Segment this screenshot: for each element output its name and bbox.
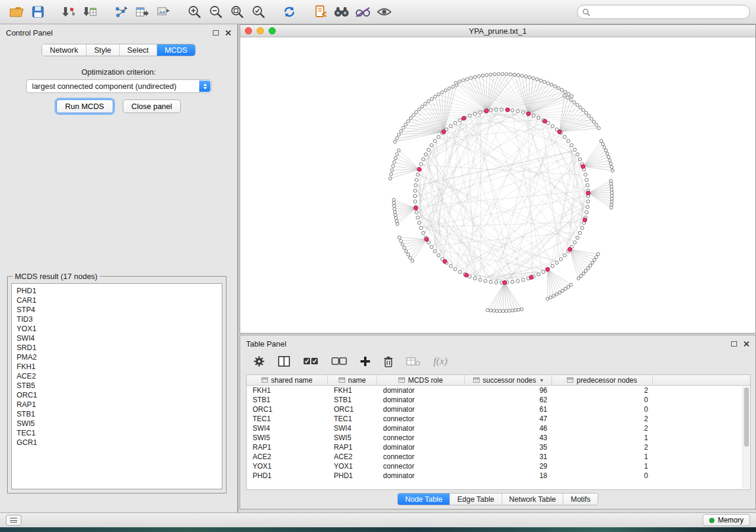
- import-network-button[interactable]: [58, 2, 79, 21]
- optimization-select[interactable]: largest connected component (undirected): [26, 79, 212, 93]
- table-cell: 43: [465, 433, 552, 443]
- zoom-in-button[interactable]: [184, 2, 205, 21]
- mcds-result-item[interactable]: SWI4: [17, 334, 217, 343]
- gear-icon: [253, 355, 265, 367]
- table-row[interactable]: SWI4SWI4dominator462: [247, 424, 750, 433]
- close-table-panel-icon[interactable]: [743, 341, 749, 347]
- table-row[interactable]: ORC1ORC1dominator610: [247, 405, 750, 414]
- tab-network-table[interactable]: Network Table: [502, 493, 564, 505]
- tab-select[interactable]: Select: [120, 44, 157, 56]
- search-icon: [582, 8, 590, 16]
- columns-icon: [278, 356, 290, 367]
- export-network-button[interactable]: [110, 2, 132, 21]
- save-button[interactable]: [27, 2, 49, 21]
- select-all-button[interactable]: [303, 357, 318, 366]
- table-grid-icon: [261, 377, 268, 383]
- mcds-result-item[interactable]: PHD1: [17, 286, 217, 296]
- add-column-button[interactable]: [360, 356, 371, 367]
- table-cell: connector: [377, 452, 465, 462]
- table-cell: ACE2: [247, 452, 328, 462]
- float-table-panel-icon[interactable]: [731, 341, 737, 347]
- column-header-successor-nodes[interactable]: successor nodes▾: [465, 375, 552, 385]
- mcds-result-item[interactable]: CAR1: [17, 296, 217, 305]
- deselect-all-icon: [331, 357, 347, 366]
- table-row[interactable]: TEC1TEC1connector472: [247, 414, 750, 424]
- refresh-button[interactable]: [279, 2, 300, 21]
- mcds-result-item[interactable]: ORC1: [17, 390, 217, 400]
- table-cell: 2: [552, 414, 653, 424]
- mcds-result-item[interactable]: STP4: [17, 305, 217, 315]
- zoom-out-button[interactable]: [205, 2, 227, 21]
- memory-button[interactable]: Memory: [703, 514, 750, 526]
- open-folder-button[interactable]: [6, 2, 27, 21]
- import-table-button[interactable]: [79, 2, 101, 21]
- filter-glasses-button[interactable]: [352, 2, 374, 21]
- mcds-result-title: MCDS result (17 nodes): [12, 272, 100, 281]
- table-row[interactable]: RAP1RAP1dominator352: [247, 443, 750, 452]
- float-panel-icon[interactable]: [213, 30, 219, 36]
- tab-motifs[interactable]: Motifs: [563, 493, 597, 505]
- table-row[interactable]: STB1STB1dominator620: [247, 395, 750, 405]
- mcds-result-item[interactable]: GCR1: [17, 438, 217, 447]
- table-clear-icon: [406, 357, 420, 366]
- tab-edge-table[interactable]: Edge Table: [450, 493, 502, 505]
- export-image-button[interactable]: [153, 2, 174, 21]
- mcds-result-item[interactable]: YOX1: [17, 324, 217, 334]
- table-cell: 1: [552, 433, 653, 443]
- find-button[interactable]: [331, 2, 352, 21]
- share-document-button[interactable]: [310, 2, 331, 21]
- mcds-result-item[interactable]: TID3: [17, 315, 217, 324]
- table-row[interactable]: PHD1PHD1dominator180: [247, 471, 750, 480]
- close-panel-button[interactable]: Close panel: [123, 100, 181, 113]
- mcds-result-item[interactable]: STB5: [17, 381, 217, 390]
- scrollbar-thumb[interactable]: [744, 387, 749, 447]
- table-row[interactable]: SWI5SWI5connector431: [247, 433, 750, 443]
- mcds-result-item[interactable]: PMA2: [17, 352, 217, 362]
- column-label: MCDS role: [408, 376, 443, 384]
- column-header-shared-name[interactable]: shared name: [247, 375, 328, 385]
- network-titlebar[interactable]: YPA_prune.txt_1: [240, 25, 755, 37]
- table-row[interactable]: ACE2ACE2connector311: [247, 452, 750, 462]
- network-canvas[interactable]: [240, 37, 755, 333]
- table-row[interactable]: YOX1YOX1connector291: [247, 462, 750, 471]
- column-header-MCDS-role[interactable]: MCDS role: [377, 375, 465, 385]
- table-scrollbar[interactable]: [742, 386, 749, 489]
- desktop-strip: [0, 527, 756, 532]
- mcds-result-item[interactable]: TEC1: [17, 428, 217, 438]
- panel-menu-button[interactable]: [6, 515, 21, 525]
- tab-mcds[interactable]: MCDS: [157, 44, 195, 56]
- mcds-result-item[interactable]: ACE2: [17, 371, 217, 381]
- close-panel-icon[interactable]: [225, 30, 231, 36]
- deselect-all-button[interactable]: [331, 357, 347, 366]
- tab-node-table[interactable]: Node Table: [398, 493, 450, 505]
- zoom-out-icon: [209, 5, 223, 19]
- zoom-fit-button[interactable]: [227, 2, 248, 21]
- show-hide-button[interactable]: [374, 2, 395, 21]
- search-input[interactable]: [594, 7, 745, 17]
- table-cell: 29: [465, 462, 552, 471]
- hamburger-icon: [10, 518, 17, 523]
- mcds-result-item[interactable]: FKH1: [17, 362, 217, 371]
- table-cell: 1: [552, 452, 653, 462]
- mcds-result-item[interactable]: STB1: [17, 409, 217, 419]
- control-panel: Control Panel NetworkStyleSelectMCDS Opt…: [0, 24, 238, 512]
- tab-network[interactable]: Network: [42, 44, 87, 56]
- mcds-result-item[interactable]: SRD1: [17, 343, 217, 352]
- table-cell: SWI4: [328, 424, 377, 433]
- tab-style[interactable]: Style: [87, 44, 120, 56]
- column-header-predecessor-nodes[interactable]: predecessor nodes: [552, 375, 653, 385]
- show-columns-button[interactable]: [278, 356, 290, 367]
- table-cell: dominator: [377, 424, 465, 433]
- column-header-name[interactable]: name: [328, 375, 377, 385]
- table-settings-button[interactable]: [253, 355, 265, 367]
- table-row[interactable]: FKH1FKH1dominator962: [247, 386, 750, 395]
- run-mcds-button[interactable]: Run MCDS: [56, 100, 113, 113]
- mcds-result-item[interactable]: RAP1: [17, 400, 217, 409]
- table-cell: dominator: [377, 443, 465, 452]
- export-table-button[interactable]: [132, 2, 153, 21]
- mcds-result-item[interactable]: SWI5: [17, 419, 217, 428]
- refresh-icon: [282, 5, 297, 19]
- delete-column-button[interactable]: [384, 356, 393, 367]
- table-cell: SWI4: [247, 424, 328, 433]
- zoom-selected-button[interactable]: [248, 2, 269, 21]
